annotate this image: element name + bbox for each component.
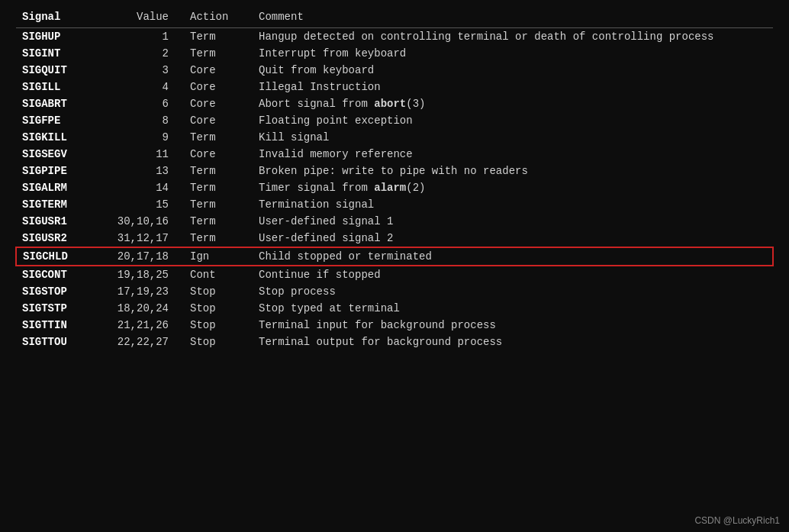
signal-comment: Stop process (253, 283, 773, 300)
signal-value: 22,22,27 (108, 334, 184, 350)
signal-value: 11 (108, 146, 184, 163)
signal-comment: Terminal input for background process (253, 317, 773, 334)
signal-action: Core (184, 62, 253, 79)
signal-action: Term (184, 163, 253, 179)
signal-name: SIGINT (16, 45, 108, 62)
signal-value: 20,17,18 (108, 247, 184, 266)
signal-action: Term (184, 129, 253, 146)
signals-table: Signal Value Action Comment SIGHUP1TermH… (15, 8, 774, 350)
signal-value: 18,20,24 (108, 300, 184, 317)
signal-value: 4 (108, 79, 184, 95)
signal-value: 13 (108, 163, 184, 179)
signal-name: SIGABRT (16, 95, 108, 112)
signal-value: 15 (108, 196, 184, 213)
signal-value: 6 (108, 95, 184, 112)
signal-value: 19,18,25 (108, 266, 184, 283)
signal-action: Term (184, 230, 253, 247)
signal-comment: Stop typed at terminal (253, 300, 773, 317)
signal-name: SIGCONT (16, 266, 108, 283)
table-row: SIGTTOU22,22,27StopTerminal output for b… (16, 334, 773, 350)
signal-action: Stop (184, 334, 253, 350)
signal-comment: Invalid memory reference (253, 146, 773, 163)
watermark-label: CSDN @LuckyRich1 (694, 515, 780, 526)
signal-action: Core (184, 146, 253, 163)
signal-name: SIGTTOU (16, 334, 108, 350)
table-row: SIGCONT19,18,25ContContinue if stopped (16, 266, 773, 283)
signal-name: SIGSEGV (16, 146, 108, 163)
signal-name: SIGILL (16, 79, 108, 95)
signal-value: 30,10,16 (108, 213, 184, 230)
signal-value: 9 (108, 129, 184, 146)
table-row: SIGSEGV11CoreInvalid memory reference (16, 146, 773, 163)
signal-comment: Timer signal from alarm(2) (253, 179, 773, 196)
table-row: SIGPIPE13TermBroken pipe: write to pipe … (16, 163, 773, 179)
signal-value: 8 (108, 112, 184, 129)
table-row: SIGCHLD20,17,18IgnChild stopped or termi… (16, 247, 773, 266)
signal-name: SIGCHLD (16, 247, 108, 266)
signal-action: Ign (184, 247, 253, 266)
signal-value: 21,21,26 (108, 317, 184, 334)
signal-name: SIGUSR2 (16, 230, 108, 247)
signal-name: SIGTTIN (16, 317, 108, 334)
signal-comment: User-defined signal 2 (253, 230, 773, 247)
signal-value: 14 (108, 179, 184, 196)
signal-action: Term (184, 45, 253, 62)
signal-comment: Child stopped or terminated (253, 247, 773, 266)
signal-action: Core (184, 112, 253, 129)
table-row: SIGUSR130,10,16TermUser-defined signal 1 (16, 213, 773, 230)
signal-name: SIGFPE (16, 112, 108, 129)
signal-name: SIGTERM (16, 196, 108, 213)
table-header-row: Signal Value Action Comment (16, 8, 773, 28)
table-row: SIGABRT6CoreAbort signal from abort(3) (16, 95, 773, 112)
table-row: SIGTERM15TermTermination signal (16, 196, 773, 213)
signal-action: Core (184, 95, 253, 112)
signal-action: Core (184, 79, 253, 95)
signal-name: SIGPIPE (16, 163, 108, 179)
signal-comment: Terminal output for background process (253, 334, 773, 350)
signal-action: Term (184, 213, 253, 230)
signal-comment: Quit from keyboard (253, 62, 773, 79)
table-row: SIGHUP1TermHangup detected on controllin… (16, 28, 773, 46)
signal-comment: Illegal Instruction (253, 79, 773, 95)
signal-action: Stop (184, 317, 253, 334)
table-row: SIGALRM14TermTimer signal from alarm(2) (16, 179, 773, 196)
signal-value: 1 (108, 28, 184, 46)
signal-action: Term (184, 196, 253, 213)
signal-name: SIGALRM (16, 179, 108, 196)
signal-action: Term (184, 179, 253, 196)
signal-value: 2 (108, 45, 184, 62)
table-row: SIGQUIT3CoreQuit from keyboard (16, 62, 773, 79)
table-row: SIGSTOP17,19,23StopStop process (16, 283, 773, 300)
signal-value: 17,19,23 (108, 283, 184, 300)
signal-name: SIGHUP (16, 28, 108, 46)
table-row: SIGINT2TermInterrupt from keyboard (16, 45, 773, 62)
signal-action: Term (184, 28, 253, 46)
signal-comment: Hangup detected on controlling terminal … (253, 28, 773, 46)
signal-comment: Broken pipe: write to pipe with no reade… (253, 163, 773, 179)
header-value: Value (108, 8, 184, 28)
signal-action: Cont (184, 266, 253, 283)
signal-action: Stop (184, 300, 253, 317)
main-container: Signal Value Action Comment SIGHUP1TermH… (0, 0, 789, 358)
signal-value: 3 (108, 62, 184, 79)
header-action: Action (184, 8, 253, 28)
signal-name: SIGUSR1 (16, 213, 108, 230)
signal-comment: Abort signal from abort(3) (253, 95, 773, 112)
table-row: SIGUSR231,12,17TermUser-defined signal 2 (16, 230, 773, 247)
table-row: SIGTSTP18,20,24StopStop typed at termina… (16, 300, 773, 317)
signal-comment: User-defined signal 1 (253, 213, 773, 230)
signal-action: Stop (184, 283, 253, 300)
signal-comment: Floating point exception (253, 112, 773, 129)
signal-comment: Termination signal (253, 196, 773, 213)
header-comment: Comment (253, 8, 773, 28)
signal-comment: Interrupt from keyboard (253, 45, 773, 62)
table-row: SIGILL4CoreIllegal Instruction (16, 79, 773, 95)
signal-value: 31,12,17 (108, 230, 184, 247)
signal-name: SIGSTOP (16, 283, 108, 300)
signal-comment: Continue if stopped (253, 266, 773, 283)
header-signal: Signal (16, 8, 108, 28)
table-row: SIGKILL9TermKill signal (16, 129, 773, 146)
signal-comment: Kill signal (253, 129, 773, 146)
signal-name: SIGKILL (16, 129, 108, 146)
signal-name: SIGQUIT (16, 62, 108, 79)
